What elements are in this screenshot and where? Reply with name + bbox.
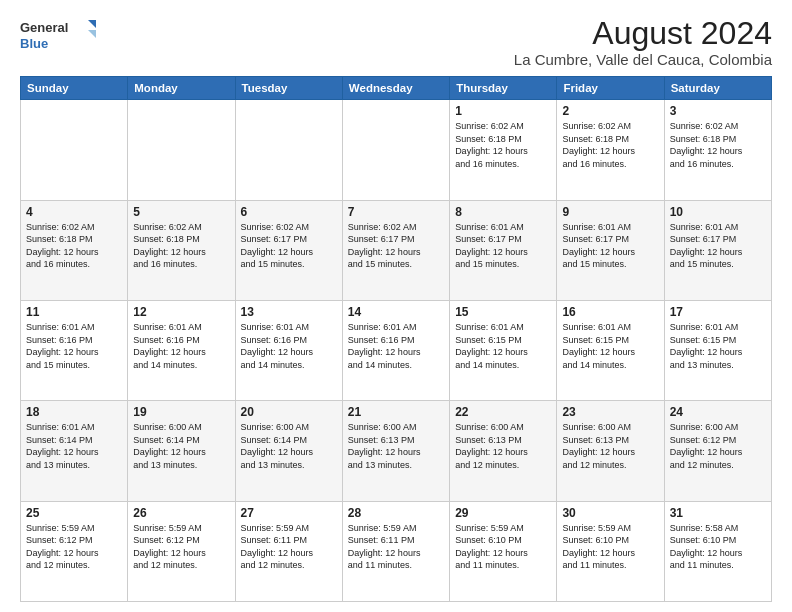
svg-text:Blue: Blue — [20, 36, 48, 51]
calendar-week-1: 1Sunrise: 6:02 AM Sunset: 6:18 PM Daylig… — [21, 100, 772, 200]
day-info: Sunrise: 6:01 AM Sunset: 6:14 PM Dayligh… — [26, 421, 122, 471]
calendar-cell: 29Sunrise: 5:59 AM Sunset: 6:10 PM Dayli… — [450, 501, 557, 601]
day-number: 12 — [133, 305, 229, 319]
calendar-cell: 30Sunrise: 5:59 AM Sunset: 6:10 PM Dayli… — [557, 501, 664, 601]
day-info: Sunrise: 6:02 AM Sunset: 6:17 PM Dayligh… — [241, 221, 337, 271]
svg-text:General: General — [20, 20, 68, 35]
calendar-cell: 31Sunrise: 5:58 AM Sunset: 6:10 PM Dayli… — [664, 501, 771, 601]
calendar-cell: 16Sunrise: 6:01 AM Sunset: 6:15 PM Dayli… — [557, 300, 664, 400]
day-info: Sunrise: 6:02 AM Sunset: 6:18 PM Dayligh… — [670, 120, 766, 170]
day-info: Sunrise: 6:01 AM Sunset: 6:15 PM Dayligh… — [562, 321, 658, 371]
day-info: Sunrise: 6:01 AM Sunset: 6:16 PM Dayligh… — [26, 321, 122, 371]
day-number: 16 — [562, 305, 658, 319]
calendar-cell: 5Sunrise: 6:02 AM Sunset: 6:18 PM Daylig… — [128, 200, 235, 300]
day-number: 15 — [455, 305, 551, 319]
day-number: 1 — [455, 104, 551, 118]
day-info: Sunrise: 6:01 AM Sunset: 6:17 PM Dayligh… — [562, 221, 658, 271]
calendar-header-sunday: Sunday — [21, 77, 128, 100]
day-info: Sunrise: 6:01 AM Sunset: 6:16 PM Dayligh… — [348, 321, 444, 371]
day-info: Sunrise: 6:01 AM Sunset: 6:16 PM Dayligh… — [133, 321, 229, 371]
calendar-cell — [128, 100, 235, 200]
calendar-cell: 2Sunrise: 6:02 AM Sunset: 6:18 PM Daylig… — [557, 100, 664, 200]
day-number: 20 — [241, 405, 337, 419]
day-number: 27 — [241, 506, 337, 520]
calendar-cell: 20Sunrise: 6:00 AM Sunset: 6:14 PM Dayli… — [235, 401, 342, 501]
calendar-header-monday: Monday — [128, 77, 235, 100]
day-number: 6 — [241, 205, 337, 219]
day-info: Sunrise: 6:01 AM Sunset: 6:17 PM Dayligh… — [670, 221, 766, 271]
day-info: Sunrise: 5:59 AM Sunset: 6:11 PM Dayligh… — [241, 522, 337, 572]
calendar-header-tuesday: Tuesday — [235, 77, 342, 100]
day-info: Sunrise: 6:01 AM Sunset: 6:15 PM Dayligh… — [670, 321, 766, 371]
calendar-header-saturday: Saturday — [664, 77, 771, 100]
calendar-cell: 23Sunrise: 6:00 AM Sunset: 6:13 PM Dayli… — [557, 401, 664, 501]
day-number: 8 — [455, 205, 551, 219]
calendar-cell: 19Sunrise: 6:00 AM Sunset: 6:14 PM Dayli… — [128, 401, 235, 501]
calendar-cell: 14Sunrise: 6:01 AM Sunset: 6:16 PM Dayli… — [342, 300, 449, 400]
calendar-cell: 15Sunrise: 6:01 AM Sunset: 6:15 PM Dayli… — [450, 300, 557, 400]
calendar-cell: 12Sunrise: 6:01 AM Sunset: 6:16 PM Dayli… — [128, 300, 235, 400]
calendar-header-thursday: Thursday — [450, 77, 557, 100]
day-info: Sunrise: 5:59 AM Sunset: 6:12 PM Dayligh… — [133, 522, 229, 572]
calendar-cell: 10Sunrise: 6:01 AM Sunset: 6:17 PM Dayli… — [664, 200, 771, 300]
calendar-cell — [235, 100, 342, 200]
calendar-week-2: 4Sunrise: 6:02 AM Sunset: 6:18 PM Daylig… — [21, 200, 772, 300]
day-info: Sunrise: 6:00 AM Sunset: 6:13 PM Dayligh… — [348, 421, 444, 471]
calendar-cell: 9Sunrise: 6:01 AM Sunset: 6:17 PM Daylig… — [557, 200, 664, 300]
page-subtitle: La Cumbre, Valle del Cauca, Colombia — [514, 51, 772, 68]
day-number: 29 — [455, 506, 551, 520]
day-number: 26 — [133, 506, 229, 520]
calendar-cell: 28Sunrise: 5:59 AM Sunset: 6:11 PM Dayli… — [342, 501, 449, 601]
day-info: Sunrise: 5:58 AM Sunset: 6:10 PM Dayligh… — [670, 522, 766, 572]
day-info: Sunrise: 5:59 AM Sunset: 6:12 PM Dayligh… — [26, 522, 122, 572]
day-number: 11 — [26, 305, 122, 319]
logo-svg: General Blue — [20, 16, 100, 54]
day-info: Sunrise: 6:02 AM Sunset: 6:18 PM Dayligh… — [133, 221, 229, 271]
calendar-cell: 6Sunrise: 6:02 AM Sunset: 6:17 PM Daylig… — [235, 200, 342, 300]
logo: General Blue — [20, 16, 100, 54]
calendar-cell: 27Sunrise: 5:59 AM Sunset: 6:11 PM Dayli… — [235, 501, 342, 601]
day-info: Sunrise: 6:02 AM Sunset: 6:18 PM Dayligh… — [455, 120, 551, 170]
day-info: Sunrise: 6:00 AM Sunset: 6:14 PM Dayligh… — [133, 421, 229, 471]
calendar-cell: 25Sunrise: 5:59 AM Sunset: 6:12 PM Dayli… — [21, 501, 128, 601]
calendar-cell: 24Sunrise: 6:00 AM Sunset: 6:12 PM Dayli… — [664, 401, 771, 501]
calendar-cell — [342, 100, 449, 200]
day-number: 14 — [348, 305, 444, 319]
day-info: Sunrise: 5:59 AM Sunset: 6:11 PM Dayligh… — [348, 522, 444, 572]
day-info: Sunrise: 6:00 AM Sunset: 6:12 PM Dayligh… — [670, 421, 766, 471]
calendar-week-3: 11Sunrise: 6:01 AM Sunset: 6:16 PM Dayli… — [21, 300, 772, 400]
day-number: 18 — [26, 405, 122, 419]
day-info: Sunrise: 6:02 AM Sunset: 6:18 PM Dayligh… — [26, 221, 122, 271]
day-number: 31 — [670, 506, 766, 520]
day-number: 13 — [241, 305, 337, 319]
day-number: 10 — [670, 205, 766, 219]
day-number: 28 — [348, 506, 444, 520]
day-number: 25 — [26, 506, 122, 520]
day-number: 19 — [133, 405, 229, 419]
page: General Blue August 2024 La Cumbre, Vall… — [0, 0, 792, 612]
page-title: August 2024 — [514, 16, 772, 51]
calendar-cell: 22Sunrise: 6:00 AM Sunset: 6:13 PM Dayli… — [450, 401, 557, 501]
calendar-cell: 26Sunrise: 5:59 AM Sunset: 6:12 PM Dayli… — [128, 501, 235, 601]
day-number: 2 — [562, 104, 658, 118]
day-number: 22 — [455, 405, 551, 419]
day-number: 3 — [670, 104, 766, 118]
calendar-cell: 1Sunrise: 6:02 AM Sunset: 6:18 PM Daylig… — [450, 100, 557, 200]
calendar-cell: 17Sunrise: 6:01 AM Sunset: 6:15 PM Dayli… — [664, 300, 771, 400]
calendar-body: 1Sunrise: 6:02 AM Sunset: 6:18 PM Daylig… — [21, 100, 772, 602]
calendar-cell: 8Sunrise: 6:01 AM Sunset: 6:17 PM Daylig… — [450, 200, 557, 300]
title-block: August 2024 La Cumbre, Valle del Cauca, … — [514, 16, 772, 68]
calendar-cell: 4Sunrise: 6:02 AM Sunset: 6:18 PM Daylig… — [21, 200, 128, 300]
day-number: 24 — [670, 405, 766, 419]
calendar-cell: 11Sunrise: 6:01 AM Sunset: 6:16 PM Dayli… — [21, 300, 128, 400]
calendar-header-friday: Friday — [557, 77, 664, 100]
day-info: Sunrise: 6:02 AM Sunset: 6:17 PM Dayligh… — [348, 221, 444, 271]
calendar-cell: 21Sunrise: 6:00 AM Sunset: 6:13 PM Dayli… — [342, 401, 449, 501]
calendar-cell: 3Sunrise: 6:02 AM Sunset: 6:18 PM Daylig… — [664, 100, 771, 200]
calendar-cell: 7Sunrise: 6:02 AM Sunset: 6:17 PM Daylig… — [342, 200, 449, 300]
day-info: Sunrise: 6:00 AM Sunset: 6:14 PM Dayligh… — [241, 421, 337, 471]
day-number: 9 — [562, 205, 658, 219]
day-number: 4 — [26, 205, 122, 219]
day-info: Sunrise: 6:00 AM Sunset: 6:13 PM Dayligh… — [455, 421, 551, 471]
day-info: Sunrise: 5:59 AM Sunset: 6:10 PM Dayligh… — [562, 522, 658, 572]
